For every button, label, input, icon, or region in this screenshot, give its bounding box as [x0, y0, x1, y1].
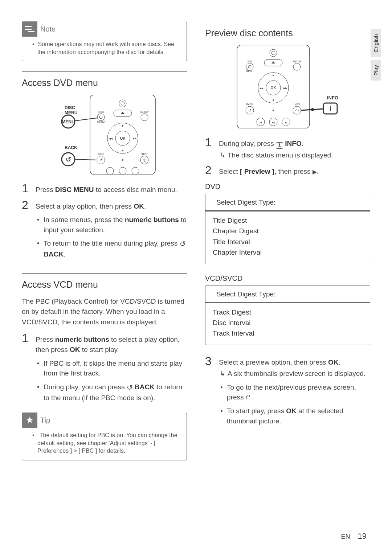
vcd-subheading: VCD/SVCD: [205, 274, 370, 283]
svg-text:MENU: MENU: [97, 120, 105, 123]
vcd-step-1: 1 Press numeric buttons to select a play…: [22, 332, 187, 406]
tip-title: Tip: [40, 416, 50, 424]
dvd-subheading: DVD: [205, 182, 370, 191]
dvd-digest-box: Select Digest Type: Title Digest Chapter…: [205, 194, 370, 264]
vcd-intro: The PBC (Playback Control) for VCD/SVCD …: [22, 296, 187, 328]
svg-point-41: [271, 51, 275, 55]
svg-text:ⓘ: ⓘ: [295, 109, 298, 112]
remote-diagram-dvd: DISC MENU SETUP OK ◂◂▸▸ ↺ BACK ⓘ INFO DI…: [22, 95, 187, 176]
svg-text:DISC: DISC: [65, 105, 75, 110]
svg-point-5: [121, 102, 124, 105]
svg-text:DISC: DISC: [98, 111, 104, 113]
svg-text:◂◂: ◂◂: [109, 136, 113, 140]
svg-text:▸||: ▸||: [271, 121, 274, 124]
svg-text:|◂: |◂: [259, 121, 261, 124]
svg-text:BACK: BACK: [65, 145, 77, 150]
svg-line-34: [75, 118, 97, 121]
svg-point-47: [293, 63, 301, 70]
svg-text:BACK: BACK: [97, 153, 104, 155]
svg-text:BACK: BACK: [246, 103, 253, 106]
svg-point-53: [273, 99, 274, 101]
svg-point-17: [122, 150, 123, 151]
svg-point-28: [119, 167, 126, 175]
info-button-icon: i: [276, 142, 283, 149]
svg-text:SETUP: SETUP: [293, 60, 301, 63]
tip-icon: [22, 413, 37, 428]
svg-point-7: [97, 114, 105, 121]
svg-text:OK: OK: [120, 136, 126, 140]
svg-text:MENU: MENU: [246, 70, 253, 73]
section-title-access-dvd: Access DVD menu: [22, 78, 187, 88]
svg-rect-2: [28, 31, 34, 32]
digest-item: Track Interval: [213, 328, 363, 338]
svg-point-27: [106, 167, 114, 175]
back-arrow-icon: ↺: [180, 239, 186, 249]
digest-item: Title Digest: [213, 215, 363, 226]
digest-item: Title Interval: [213, 237, 363, 247]
svg-text:MENU: MENU: [65, 110, 77, 115]
back-arrow-icon: ↺: [127, 382, 133, 393]
svg-point-43: [246, 63, 253, 70]
footer-lang: EN: [341, 533, 350, 540]
svg-text:i: i: [329, 106, 331, 112]
preview-step-3: 3 Select a preview option, then press OK…: [205, 355, 370, 430]
dvd-step2-bullet1: In some menus, press the numeric buttons…: [36, 215, 187, 235]
section-rule: [205, 22, 370, 22]
svg-rect-0: [25, 26, 32, 27]
svg-text:↺: ↺: [248, 108, 251, 112]
note-icon: [22, 21, 37, 37]
dvd-step-1: 1 Press DISC MENU to access disc main me…: [22, 182, 187, 195]
dvd-step2-bullet2: To return to the title menu during play,…: [36, 238, 187, 259]
footer-page-number: 19: [358, 532, 367, 541]
section-rule: [22, 71, 187, 72]
svg-point-16: [122, 125, 123, 127]
dvd-step-2: 2 Select a play option, then press OK. I…: [22, 199, 187, 263]
svg-point-26: [122, 159, 123, 161]
digest-item: Track Digest: [213, 307, 363, 317]
vcd-step1-bullet1: If PBC is off, it skips the menu and sta…: [36, 358, 187, 378]
svg-text:◂◂: ◂◂: [260, 86, 263, 90]
svg-point-11: [141, 114, 148, 121]
vcd-step1-bullet2: During play, you can press ↺ BACK to ret…: [36, 382, 187, 403]
preview-step3-bullet1: To go to the next/previous preview scree…: [219, 382, 370, 402]
digest-item: Chapter Digest: [213, 226, 363, 236]
section-title-preview: Preview disc contents: [205, 28, 370, 38]
preview-step3-result: A six thumbnails preview screen is displ…: [219, 369, 370, 379]
side-tab-language: English: [371, 29, 381, 57]
svg-point-73: [311, 108, 314, 111]
tip-box: Tip The default setting for PBC is on. Y…: [22, 413, 187, 460]
svg-text:▸|: ▸|: [285, 121, 287, 124]
vcd-digest-head: Select Digest Type:: [205, 286, 370, 303]
svg-point-40: [270, 49, 277, 57]
svg-text:DISC: DISC: [246, 60, 253, 63]
digest-item: Chapter Interval: [213, 247, 363, 258]
svg-text:SETUP: SETUP: [140, 111, 149, 113]
note-text: Some operations may not work with some d…: [32, 40, 181, 56]
play-triangle-icon: ▶: [313, 168, 317, 176]
remote-diagram-info: DISC MENU SETUP OK ◂◂▸▸ ↺ BACK ⓘ INFO |◂…: [205, 45, 370, 130]
digest-item: Disc Interval: [213, 317, 363, 328]
preview-step-2: 2 Select [ Preview ], then press ▶.: [205, 164, 370, 177]
dvd-digest-head: Select Digest Type:: [205, 194, 370, 212]
svg-point-44: [248, 65, 251, 68]
svg-line-38: [75, 159, 97, 160]
svg-point-62: [273, 110, 274, 111]
section-title-access-vcd: Access VCD menu: [22, 279, 187, 290]
preview-step3-bullet2: To start play, press OK at the selected …: [219, 406, 370, 426]
svg-text:↺: ↺: [99, 158, 102, 162]
svg-text:OK: OK: [270, 86, 276, 90]
svg-point-29: [132, 167, 139, 175]
page-footer: EN 19: [341, 532, 367, 541]
svg-rect-1: [25, 29, 32, 30]
side-tab-section: Play: [371, 60, 381, 81]
section-rule: [22, 273, 187, 274]
svg-text:INFO: INFO: [327, 95, 338, 100]
svg-text:▸▸: ▸▸: [283, 86, 287, 90]
note-box: Note Some operations may not work with s…: [22, 22, 187, 61]
preview-step-1: 1 During play, press i INFO. The disc st…: [205, 136, 370, 160]
svg-rect-3: [90, 95, 155, 175]
svg-point-52: [273, 75, 274, 76]
svg-text:INFO: INFO: [141, 153, 147, 155]
svg-text:ⓘ: ⓘ: [143, 159, 146, 162]
svg-point-4: [119, 100, 126, 107]
